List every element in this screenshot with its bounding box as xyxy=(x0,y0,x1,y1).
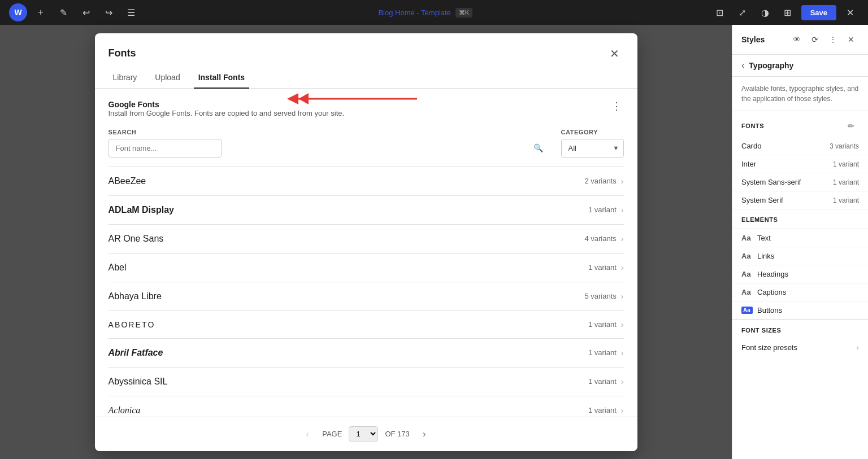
page-title: Blog Home xyxy=(378,8,414,17)
headings-icon: Aa xyxy=(741,270,753,278)
styles-history-button[interactable]: ⟳ xyxy=(807,32,823,47)
panel-icons: 👁 ⟳ ⋮ ✕ xyxy=(789,32,859,47)
font-list: ABeeZee 2 variants › ADLaM Display 1 var… xyxy=(108,167,624,417)
font-row[interactable]: Abril Fatface 1 variant › xyxy=(108,339,624,368)
google-fonts-title: Google Fonts xyxy=(108,100,345,109)
font-size-presets-label: Font size presets xyxy=(741,343,797,352)
font-name-label: System Serif xyxy=(741,196,783,204)
font-variants: 1 variant xyxy=(588,263,617,272)
modal-footer: ‹ PAGE 1 OF 173 › xyxy=(95,417,637,451)
top-bar: W + ✎ ↩ ↪ ☰ Blog Home - Template ⌘K ⊡ ⤢ … xyxy=(0,0,868,25)
total-pages: OF 173 xyxy=(385,430,409,438)
search-input-wrap: 🔍 xyxy=(108,139,548,158)
edit-button[interactable]: ✎ xyxy=(54,3,72,21)
element-headings[interactable]: Aa Headings xyxy=(732,265,868,283)
save-button[interactable]: Save xyxy=(801,5,836,20)
resize-icon[interactable]: ⤢ xyxy=(734,3,752,21)
font-variants: 2 variants xyxy=(584,177,616,185)
chevron-right-icon: › xyxy=(621,292,624,301)
modal-overlay[interactable]: Fonts ✕ Library Upload Install Fonts Goo… xyxy=(0,25,732,459)
font-row[interactable]: Aclonica 1 variant › xyxy=(108,396,624,417)
font-row[interactable]: Abyssinica SIL 1 variant › xyxy=(108,368,624,396)
undo-button[interactable]: ↩ xyxy=(77,3,95,21)
font-variants: 1 variant xyxy=(588,348,617,357)
font-row[interactable]: Abel 1 variant › xyxy=(108,253,624,282)
google-fonts-desc: Install from Google Fonts. Fonts are cop… xyxy=(108,109,345,117)
font-row[interactable]: ABORETO 1 variant › xyxy=(108,311,624,339)
theme-icon[interactable]: ◑ xyxy=(756,3,774,21)
styles-view-button[interactable]: 👁 xyxy=(789,32,805,47)
font-item: System Sans-serif 1 variant xyxy=(732,173,868,191)
next-page-button[interactable]: › xyxy=(416,426,432,442)
font-row[interactable]: AR One Sans 4 variants › xyxy=(108,225,624,253)
panel-title: Styles xyxy=(741,35,765,44)
font-variants: 4 variants xyxy=(584,234,616,243)
chevron-right-icon: › xyxy=(856,343,859,352)
add-button[interactable]: + xyxy=(32,3,50,21)
font-name: ABORETO xyxy=(108,320,155,329)
more-options-button[interactable]: ⋮ xyxy=(609,100,624,112)
modal-title: Fonts xyxy=(108,47,136,59)
chevron-right-icon: › xyxy=(621,177,624,186)
font-row[interactable]: ABeeZee 2 variants › xyxy=(108,167,624,196)
font-row[interactable]: Abhaya Libre 5 variants › xyxy=(108,282,624,311)
modal-close-button[interactable]: ✕ xyxy=(606,45,624,63)
panel-close-button[interactable]: ✕ xyxy=(843,32,859,47)
category-select[interactable]: All Serif Sans-serif Display Handwriting… xyxy=(561,139,624,158)
text-icon: Aa xyxy=(741,234,753,242)
google-fonts-header: Google Fonts Install from Google Fonts. … xyxy=(108,100,624,126)
close-icon[interactable]: ✕ xyxy=(841,3,859,21)
styles-more-button[interactable]: ⋮ xyxy=(825,32,841,47)
element-label: Captions xyxy=(757,288,786,296)
chevron-right-icon: › xyxy=(621,348,624,357)
search-section: SEARCH 🔍 xyxy=(108,129,548,158)
top-bar-right: ⊡ ⤢ ◑ ⊞ Save ✕ xyxy=(711,3,859,21)
prev-page-button[interactable]: ‹ xyxy=(300,426,315,442)
font-item: System Serif 1 variant xyxy=(732,191,868,209)
chevron-right-icon: › xyxy=(621,377,624,386)
typography-description: Available fonts, typographic styles, and… xyxy=(732,77,868,111)
font-name: ABeeZee xyxy=(108,176,146,186)
font-row[interactable]: ADLaM Display 1 variant › xyxy=(108,196,624,225)
chevron-right-icon: › xyxy=(621,263,624,272)
font-variants: 1 variant xyxy=(588,406,617,414)
tab-library[interactable]: Library xyxy=(108,67,142,89)
element-text[interactable]: Aa Text xyxy=(732,229,868,247)
tab-install-fonts[interactable]: Install Fonts xyxy=(194,67,249,89)
font-name: AR One Sans xyxy=(108,234,164,244)
back-button[interactable]: ‹ xyxy=(741,60,744,71)
tab-upload[interactable]: Upload xyxy=(150,67,184,89)
category-select-wrap: All Serif Sans-serif Display Handwriting… xyxy=(561,139,624,158)
list-view-button[interactable]: ☰ xyxy=(122,3,140,21)
redo-button[interactable]: ↪ xyxy=(99,3,118,21)
element-label: Text xyxy=(757,234,771,242)
element-links[interactable]: Aa Links xyxy=(732,247,868,265)
font-variants-label: 1 variant xyxy=(833,160,859,168)
font-item: Inter 1 variant xyxy=(732,155,868,173)
fonts-edit-button[interactable]: ✏ xyxy=(843,118,859,134)
font-item: Cardo 3 variants xyxy=(732,137,868,155)
search-icon[interactable]: 🔍 xyxy=(533,143,543,152)
element-buttons[interactable]: Aa Buttons xyxy=(732,301,868,320)
top-bar-left: W + ✎ ↩ ↪ ☰ xyxy=(9,3,140,21)
preview-icon[interactable]: ⊡ xyxy=(711,3,729,21)
page-select[interactable]: 1 xyxy=(349,426,378,441)
wp-logo[interactable]: W xyxy=(9,3,27,21)
buttons-icon: Aa xyxy=(741,307,753,314)
elements-list: Aa Text Aa Links Aa Headings Aa Captions… xyxy=(732,229,868,320)
chevron-right-icon: › xyxy=(621,206,624,215)
right-panel: Styles 👁 ⟳ ⋮ ✕ ‹ Typography Available fo… xyxy=(732,25,868,459)
font-name: Abyssinica SIL xyxy=(108,377,168,387)
font-size-presets[interactable]: Font size presets › xyxy=(732,337,868,357)
elements-section-title: ELEMENTS xyxy=(732,209,868,226)
search-input[interactable] xyxy=(108,139,222,158)
fonts-modal: Fonts ✕ Library Upload Install Fonts Goo… xyxy=(95,33,637,451)
category-section: CATEGORY All Serif Sans-serif Display Ha… xyxy=(561,129,624,158)
element-captions[interactable]: Aa Captions xyxy=(732,283,868,301)
sidebar-toggle-icon[interactable]: ⊞ xyxy=(779,3,797,21)
typography-header: ‹ Typography xyxy=(732,55,868,77)
typography-title: Typography xyxy=(749,61,793,70)
chevron-right-icon: › xyxy=(621,406,624,415)
font-variants: 1 variant xyxy=(588,206,617,214)
font-name: ADLaM Display xyxy=(108,205,174,215)
